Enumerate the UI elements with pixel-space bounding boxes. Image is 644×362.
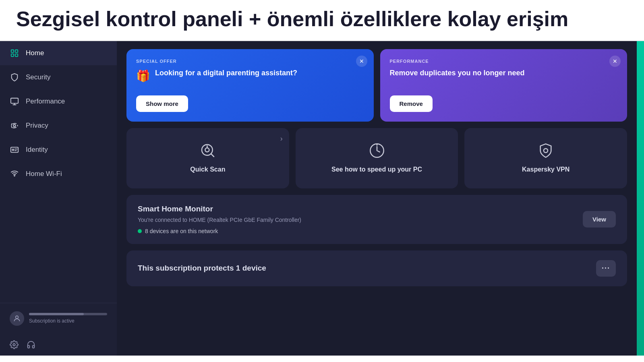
speed-up-icon (369, 143, 385, 159)
sidebar-item-identity[interactable]: Identity (0, 138, 117, 162)
sidebar: Home Security Performance (0, 41, 117, 356)
promo-content-performance: Remove duplicates you no longer need (390, 68, 618, 78)
banner-title: Sezgisel kontrol paneli + önemli özellik… (16, 7, 628, 31)
home-label: Home (26, 49, 44, 57)
more-options-button[interactable]: ··· (596, 260, 616, 277)
sidebar-item-home[interactable]: Home (0, 41, 117, 65)
privacy-label: Privacy (26, 122, 48, 130)
security-label: Security (26, 73, 50, 81)
top-banner: Sezgisel kontrol paneli + önemli özellik… (0, 0, 644, 41)
settings-icon[interactable] (10, 340, 19, 349)
chevron-right-icon: › (280, 134, 283, 143)
subscription-status: Subscription is active (29, 318, 75, 324)
speed-up-label: See how to speed up your PC (331, 165, 422, 174)
svg-point-21 (544, 149, 548, 153)
identity-icon (10, 145, 19, 155)
svg-point-12 (14, 175, 15, 176)
security-icon (10, 72, 19, 82)
sidebar-item-home-wifi[interactable]: Home Wi-Fi (0, 162, 117, 186)
promo-content-special-offer: 🎁 Looking for a digital parenting assist… (136, 68, 364, 83)
promo-close-performance[interactable]: ✕ (609, 56, 621, 67)
monitor-status: 8 devices are on this network (138, 228, 583, 234)
sidebar-nav: Home Security Performance (0, 41, 117, 303)
show-more-button[interactable]: Show more (136, 95, 188, 112)
sidebar-item-privacy[interactable]: Privacy (0, 114, 117, 138)
user-info: Subscription is active (29, 313, 107, 324)
vpn-label: Kaspersky VPN (522, 165, 569, 174)
promo-label-performance: PERFORMANCE (390, 59, 618, 64)
svg-rect-2 (11, 54, 14, 56)
headset-icon[interactable] (27, 340, 35, 349)
svg-line-16 (211, 153, 214, 156)
promo-card-special-offer: SPECIAL OFFER 🎁 Looking for a digital pa… (126, 49, 374, 122)
promo-close-special-offer[interactable]: ✕ (356, 56, 367, 67)
monitor-info: Smart Home Monitor You're connected to H… (138, 205, 583, 234)
sidebar-footer (0, 334, 117, 356)
performance-label: Performance (26, 97, 65, 105)
svg-point-13 (16, 316, 19, 319)
svg-rect-3 (15, 54, 18, 56)
subscription-bar (29, 313, 107, 315)
subscription-bar-fill (29, 313, 84, 315)
feature-card-quick-scan[interactable]: › Quick Scan (126, 128, 289, 188)
performance-icon (10, 97, 19, 106)
svg-rect-1 (15, 50, 18, 52)
feature-card-vpn[interactable]: Kaspersky VPN (464, 128, 627, 188)
sidebar-user-area: Subscription is active (0, 303, 117, 334)
identity-label: Identity (26, 146, 48, 154)
quick-scan-label: Quick Scan (190, 165, 225, 174)
home-icon (10, 48, 19, 58)
feature-row: › Quick Scan (126, 128, 627, 188)
subscription-card-title: This subscription protects 1 device (138, 264, 266, 273)
view-button[interactable]: View (583, 211, 616, 228)
svg-point-7 (13, 124, 16, 127)
wifi-icon (10, 169, 19, 179)
promo-card-performance: PERFORMANCE Remove duplicates you no lon… (380, 49, 627, 122)
vpn-icon (538, 143, 554, 159)
promo-icon-special-offer: 🎁 (136, 69, 150, 83)
svg-point-17 (205, 148, 209, 152)
svg-point-9 (12, 149, 14, 151)
svg-point-14 (13, 343, 15, 346)
monitor-title: Smart Home Monitor (138, 205, 583, 213)
svg-rect-4 (11, 98, 18, 103)
promo-label-special-offer: SPECIAL OFFER (136, 59, 364, 64)
monitor-card: Smart Home Monitor You're connected to H… (126, 195, 627, 244)
right-accent-strip (637, 41, 644, 356)
remove-button[interactable]: Remove (390, 95, 433, 112)
promo-title-special-offer: Looking for a digital parenting assistan… (155, 68, 297, 78)
user-avatar (10, 311, 24, 326)
status-dot-icon (138, 229, 142, 233)
promo-title-performance: Remove duplicates you no longer need (390, 68, 525, 78)
main-content: SPECIAL OFFER 🎁 Looking for a digital pa… (117, 41, 637, 356)
monitor-subtitle: You're connected to HOME (Realtek PCIe G… (138, 217, 583, 223)
quick-scan-icon (200, 143, 216, 159)
subscription-card: This subscription protects 1 device ··· (126, 250, 627, 286)
promo-row: SPECIAL OFFER 🎁 Looking for a digital pa… (126, 49, 627, 122)
sidebar-item-performance[interactable]: Performance (0, 89, 117, 114)
feature-card-speed-up[interactable]: See how to speed up your PC (296, 128, 458, 188)
privacy-icon (10, 121, 19, 130)
sidebar-item-security[interactable]: Security (0, 65, 117, 89)
home-wifi-label: Home Wi-Fi (26, 170, 62, 178)
monitor-status-text: 8 devices are on this network (145, 228, 218, 234)
svg-rect-0 (11, 50, 14, 52)
app-container: Home Security Performance (0, 41, 644, 356)
